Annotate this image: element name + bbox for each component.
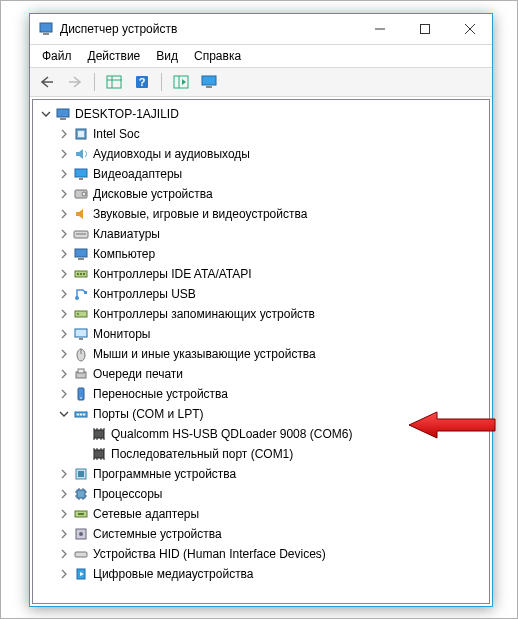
- tree-item-label: Мыши и иные указывающие устройства: [93, 347, 316, 361]
- tree-item-label: Устройства HID (Human Interface Devices): [93, 547, 326, 561]
- tree-item-cat-3[interactable]: Дисковые устройства: [35, 184, 487, 204]
- tree-item-label: Intel Soc: [93, 127, 140, 141]
- tree-item-label: Дисковые устройства: [93, 187, 213, 201]
- maximize-button[interactable]: [402, 14, 447, 44]
- chevron-right-icon[interactable]: [57, 507, 71, 521]
- tree-item-cat-13[interactable]: Переносные устройства: [35, 384, 487, 404]
- chevron-right-icon[interactable]: [57, 167, 71, 181]
- tree-item-cat-16[interactable]: Процессоры: [35, 484, 487, 504]
- menu-view[interactable]: Вид: [148, 47, 186, 65]
- chevron-right-icon[interactable]: [57, 307, 71, 321]
- svg-rect-35: [75, 329, 87, 337]
- tree-item-cat-19[interactable]: Устройства HID (Human Interface Devices): [35, 544, 487, 564]
- menu-file[interactable]: Файл: [34, 47, 80, 65]
- tree-item-cat-4[interactable]: Звуковые, игровые и видеоустройства: [35, 204, 487, 224]
- chevron-right-icon[interactable]: [57, 127, 71, 141]
- svg-rect-3: [420, 25, 429, 34]
- menu-action[interactable]: Действие: [80, 47, 149, 65]
- monitor-button[interactable]: [196, 70, 222, 94]
- tree-item-cat-17[interactable]: Сетевые адаптеры: [35, 504, 487, 524]
- svg-rect-28: [77, 273, 79, 275]
- tree-item-cat-9[interactable]: Контроллеры запоминающих устройств: [35, 304, 487, 324]
- chevron-right-icon[interactable]: [57, 387, 71, 401]
- toolbar-separator: [94, 73, 95, 91]
- chevron-right-icon[interactable]: [57, 487, 71, 501]
- chevron-right-icon[interactable]: [57, 187, 71, 201]
- minimize-button[interactable]: [357, 14, 402, 44]
- tree-item-cat-1[interactable]: Аудиовходы и аудиовыходы: [35, 144, 487, 164]
- tree-item-label: DESKTOP-1AJILID: [75, 107, 179, 121]
- tree-item-label: Компьютер: [93, 247, 155, 261]
- tree-item-label: Очереди печати: [93, 367, 183, 381]
- tree-item-label: Аудиовходы и аудиовыходы: [93, 147, 250, 161]
- chevron-right-icon[interactable]: [57, 367, 71, 381]
- tree-item-cat-10[interactable]: Мониторы: [35, 324, 487, 344]
- svg-rect-33: [75, 311, 87, 317]
- svg-point-34: [77, 313, 79, 315]
- title-bar: Диспетчер устройств: [30, 14, 492, 45]
- show-hide-tree-button[interactable]: [101, 70, 127, 94]
- tree-item-label: Видеоадаптеры: [93, 167, 182, 181]
- tree-item-cat-2[interactable]: Видеоадаптеры: [35, 164, 487, 184]
- chevron-down-icon[interactable]: [57, 407, 71, 421]
- cpu-icon: [73, 126, 89, 142]
- storage-icon: [73, 306, 89, 322]
- tree-item-label: Контроллеры IDE ATA/ATAPI: [93, 267, 252, 281]
- chevron-right-icon[interactable]: [57, 467, 71, 481]
- chevron-right-icon[interactable]: [57, 527, 71, 541]
- audio-icon: [73, 146, 89, 162]
- svg-point-46: [83, 414, 85, 416]
- content-pane: DESKTOP-1AJILIDIntel SocАудиовходы и ауд…: [32, 99, 490, 604]
- tree-item-cat-0[interactable]: Intel Soc: [35, 124, 487, 144]
- chevron-right-icon[interactable]: [57, 227, 71, 241]
- back-button[interactable]: [34, 70, 60, 94]
- forward-button[interactable]: [62, 70, 88, 94]
- toolbar-separator: [161, 73, 162, 91]
- menu-bar: Файл Действие Вид Справка: [30, 45, 492, 67]
- tree-item-cat-18[interactable]: Системные устройства: [35, 524, 487, 544]
- chevron-right-icon[interactable]: [57, 567, 71, 581]
- tree-item-label: Системные устройства: [93, 527, 222, 541]
- svg-rect-77: [78, 513, 84, 515]
- chevron-right-icon[interactable]: [57, 327, 71, 341]
- tree-item-cat-14-child-0[interactable]: Qualcomm HS-USB QDLoader 9008 (COM6): [35, 424, 487, 444]
- chevron-right-icon[interactable]: [57, 147, 71, 161]
- svg-rect-36: [79, 338, 83, 340]
- chevron-right-icon[interactable]: [57, 207, 71, 221]
- tree-item-root[interactable]: DESKTOP-1AJILID: [35, 104, 487, 124]
- scan-hardware-button[interactable]: [168, 70, 194, 94]
- chevron-right-icon[interactable]: [57, 347, 71, 361]
- svg-rect-20: [79, 178, 83, 180]
- twisty-spacer: [75, 447, 89, 461]
- menu-help[interactable]: Справка: [186, 47, 249, 65]
- svg-point-22: [82, 192, 86, 196]
- app-icon: [38, 20, 54, 39]
- chevron-right-icon[interactable]: [57, 287, 71, 301]
- tree-item-label: Переносные устройства: [93, 387, 228, 401]
- system-icon: [73, 526, 89, 542]
- tree-item-cat-14[interactable]: Порты (COM и LPT): [35, 404, 487, 424]
- chevron-right-icon[interactable]: [57, 247, 71, 261]
- help-button[interactable]: ?: [129, 70, 155, 94]
- tree-item-cat-15[interactable]: Программные устройства: [35, 464, 487, 484]
- tree-item-cat-12[interactable]: Очереди печати: [35, 364, 487, 384]
- tree-item-cat-11[interactable]: Мыши и иные указывающие устройства: [35, 344, 487, 364]
- chevron-right-icon[interactable]: [57, 267, 71, 281]
- tree-item-cat-7[interactable]: Контроллеры IDE ATA/ATAPI: [35, 264, 487, 284]
- software-icon: [73, 466, 89, 482]
- tree-item-cat-6[interactable]: Компьютер: [35, 244, 487, 264]
- tree-item-label: Клавиатуры: [93, 227, 160, 241]
- tree-item-label: Последовательный порт (COM1): [111, 447, 293, 461]
- svg-rect-15: [57, 109, 69, 117]
- svg-rect-32: [84, 291, 87, 294]
- printer-icon: [73, 366, 89, 382]
- tree-item-cat-8[interactable]: Контроллеры USB: [35, 284, 487, 304]
- close-button[interactable]: [447, 14, 492, 44]
- tree-item-cat-14-child-1[interactable]: Последовательный порт (COM1): [35, 444, 487, 464]
- chevron-right-icon[interactable]: [57, 547, 71, 561]
- device-tree[interactable]: DESKTOP-1AJILIDIntel SocАудиовходы и ауд…: [33, 100, 489, 603]
- tree-item-cat-20[interactable]: Цифровые медиаустройства: [35, 564, 487, 584]
- chevron-down-icon[interactable]: [39, 107, 53, 121]
- sound-icon: [73, 206, 89, 222]
- tree-item-cat-5[interactable]: Клавиатуры: [35, 224, 487, 244]
